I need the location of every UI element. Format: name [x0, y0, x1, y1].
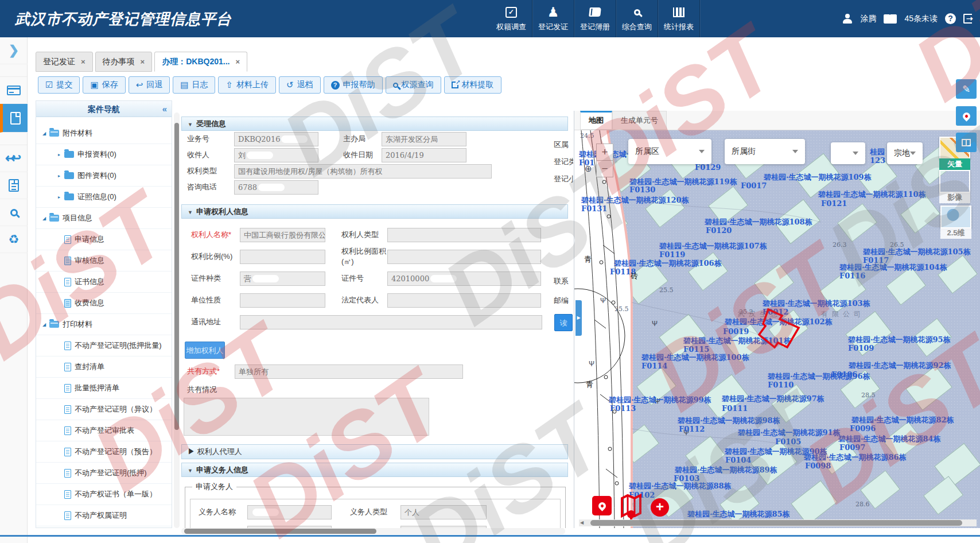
map-dropdown-所属区[interactable]: 所属区	[628, 139, 711, 164]
nav-item-统计报表[interactable]: 统计报表	[658, 0, 700, 37]
sidebar-item-chevron-right-icon[interactable]: ❯	[0, 37, 28, 64]
toolbar-button-退档[interactable]: ↺退档	[279, 76, 321, 94]
tree-item-申请信息[interactable]: 申请信息	[36, 229, 172, 250]
sidebar-item-file-icon[interactable]	[0, 104, 28, 133]
tree-item-证书信息[interactable]: 证书信息	[36, 272, 172, 293]
field-input-权利比例(%)[interactable]	[240, 250, 325, 264]
section-header-accept[interactable]: ▼受理信息	[181, 117, 568, 131]
unread-count[interactable]: 45条未读	[904, 14, 938, 24]
add-owner-button[interactable]: 增加权利人	[185, 342, 225, 359]
tree-item-查封清单[interactable]: 查封清单	[36, 356, 172, 378]
tree-item-打印材料[interactable]: ◢打印材料	[36, 314, 172, 335]
field-input-收件日期[interactable]: 2016/4/19	[382, 148, 466, 162]
split-view-button[interactable]	[956, 133, 977, 152]
nav-item-登记簿册[interactable]: 登记簿册	[574, 0, 616, 37]
tree-expand-icon[interactable]: ◢	[41, 322, 48, 327]
field-input-通讯地址[interactable]	[240, 315, 542, 329]
field-input-证件种类[interactable]: 营	[240, 272, 325, 286]
toolbar-button-日志[interactable]: ▤日志	[173, 76, 215, 94]
tree-item-不动产权证书（单一版）[interactable]: 不动产权证书（单一版）	[36, 484, 172, 505]
nav-item-权籍调查[interactable]: 权籍调查	[491, 0, 532, 37]
tree-item-不动产登记证明(抵押批量)[interactable]: 不动产登记证明(抵押批量)	[36, 335, 172, 356]
tree-item-审核信息[interactable]: 审核信息	[36, 250, 172, 272]
map-dropdown-blank[interactable]	[831, 142, 865, 164]
tab-close-icon[interactable]: ×	[235, 57, 240, 66]
toolbar-button-申报帮助[interactable]: ?申报帮助	[324, 76, 383, 94]
sidebar-item-recycle-icon[interactable]: ♻	[0, 226, 28, 253]
form-vertical-scrollbar[interactable]	[174, 113, 180, 528]
nav-item-综合查询[interactable]: 综合查询	[616, 0, 658, 37]
toolbar-button-材料上传[interactable]: ⇧材料上传	[218, 76, 276, 94]
tab-待办事项[interactable]: 待办事项×	[95, 52, 153, 72]
sidebar-item-card-icon[interactable]	[0, 77, 28, 104]
tree-item-申报资料(0)[interactable]: ▸申报资料(0)	[36, 144, 172, 165]
map-add-button[interactable]: +	[651, 498, 669, 517]
share-note-textarea[interactable]	[184, 398, 429, 436]
map-horizontal-scrollbar[interactable]: ◀	[579, 519, 977, 526]
field-input-权利比例面积(㎡)[interactable]	[387, 250, 541, 264]
tab-登记发证[interactable]: 登记发证×	[36, 52, 93, 72]
field-input-收件人[interactable]: 刘	[234, 148, 318, 162]
tab-close-icon[interactable]: ×	[141, 57, 145, 66]
tree-item-收费信息[interactable]: 收费信息	[36, 293, 172, 314]
field-input-单位性质[interactable]	[240, 293, 325, 308]
edit-button[interactable]: ✎	[956, 79, 977, 99]
map-locate-button[interactable]	[592, 496, 612, 515]
tree-item-不动产登记证明(抵押)[interactable]: 不动产登记证明(抵押)	[36, 463, 172, 484]
logout-icon[interactable]	[963, 14, 972, 24]
map-legend-icon[interactable]	[620, 494, 642, 520]
map-layer-2.5维[interactable]: 2.5维	[940, 205, 971, 239]
field-input-义务人类型[interactable]: 个人	[400, 505, 487, 519]
locate-button[interactable]	[956, 106, 977, 126]
field-input-权利人类型[interactable]	[387, 228, 541, 242]
section-header-owner[interactable]: ▼申请权利人信息	[181, 204, 568, 219]
read-card-button[interactable]: 读	[554, 314, 573, 331]
tree-item-证照信息(0)[interactable]: ▸证照信息(0)	[36, 187, 172, 208]
tree-item-批量抵押清单[interactable]: 批量抵押清单	[36, 378, 172, 399]
toolbar-button-回退[interactable]: ↩回退	[129, 76, 170, 94]
map-zoom-in-button[interactable]: +	[596, 143, 613, 161]
tree-expand-icon[interactable]: ▸	[56, 173, 63, 179]
form-horizontal-scrollbar[interactable]	[181, 528, 565, 534]
toolbar-button-保存[interactable]: ▣保存	[83, 76, 125, 94]
field-input-权利类型[interactable]: 国有建设用地使用权/房屋（构筑物）所有权	[234, 164, 492, 179]
toolbar-button-权源查询[interactable]: 权源查询	[386, 76, 441, 94]
field-input-义务人名称[interactable]	[247, 505, 332, 519]
map-zoom-out-button[interactable]: −	[596, 160, 613, 177]
sidebar-item-document-icon[interactable]	[0, 172, 28, 199]
tree-item-项目信息[interactable]: ◢项目信息	[36, 208, 172, 229]
tree-expand-icon[interactable]: ◢	[41, 131, 48, 136]
tree-item-不动产登记审批表[interactable]: 不动产登记审批表	[36, 420, 172, 441]
mail-icon[interactable]	[884, 14, 897, 24]
map-dropdown-宗地[interactable]: 宗地	[887, 142, 923, 164]
tree-expand-icon[interactable]: ▸	[56, 152, 63, 157]
tree-item-不动产登记证明（预告）[interactable]: 不动产登记证明（预告）	[36, 441, 172, 463]
sidebar-item-search-icon[interactable]	[0, 199, 28, 226]
tree-expand-icon[interactable]: ▸	[56, 195, 63, 200]
toolbar-button-提交[interactable]: ☑提交	[38, 76, 80, 94]
user-name[interactable]: 涂腾	[860, 14, 876, 24]
tree-item-不动产权证明[interactable]: 不动产权证明	[36, 526, 172, 528]
map-tab-地图[interactable]: 地图	[580, 111, 612, 130]
map-tab-生成单元号[interactable]: 生成单元号	[612, 111, 667, 130]
field-input-法定代表人[interactable]	[387, 293, 541, 308]
map-dropdown-所属街[interactable]: 所属街	[725, 139, 805, 164]
panel-collapse-icon[interactable]: «	[162, 101, 167, 117]
nav-item-登记发证[interactable]: ♟登记发证	[532, 0, 574, 37]
tab-close-icon[interactable]: ×	[81, 57, 85, 66]
toolbar-button-材料提取[interactable]: 材料提取	[444, 76, 501, 94]
section-header-obligor[interactable]: ▼申请义务人信息	[181, 463, 568, 477]
map-layer-影像[interactable]: 影像	[939, 170, 970, 203]
section-header-agent[interactable]: ▶ 权利人代理人	[181, 444, 568, 459]
field-input-权利人名称*[interactable]: 中国工商银行股份有限公司武汉水	[240, 228, 325, 242]
map-canvas[interactable]: + − ⊕ ▶ + ◀ 所属区所属街宗地矢量影像2.5维碧桂园·生态城一期桃花源…	[574, 130, 980, 528]
field-input-证件号[interactable]: 42010000	[387, 272, 541, 286]
tree-item-不动产权属证明[interactable]: 不动产权属证明	[36, 505, 172, 526]
tree-item-不动产登记证明（异议）[interactable]: 不动产登记证明（异议）	[36, 399, 172, 420]
map-collapse-strip[interactable]: ▶	[575, 300, 582, 336]
field-input-主办局[interactable]: 东湖开发区分局	[382, 132, 466, 146]
tree-item-附件材料[interactable]: ◢附件材料	[36, 123, 172, 144]
field-input-业务号[interactable]: DKBQ2016	[234, 132, 318, 146]
tab-办理：DKBQ201...[interactable]: 办理：DKBQ201...×	[154, 52, 247, 72]
field-input-咨询电话[interactable]: 6788	[234, 180, 318, 195]
